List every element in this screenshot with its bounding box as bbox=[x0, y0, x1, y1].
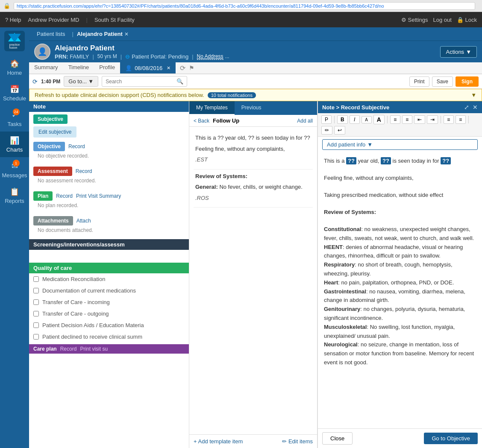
plan-print-link[interactable]: Print Visit Summary bbox=[76, 193, 121, 199]
tab-profile[interactable]: Profile bbox=[94, 62, 120, 73]
template-header: < Back Follow Up Add all bbox=[189, 115, 317, 127]
more-options-icon[interactable]: ... bbox=[225, 53, 229, 59]
sign-button[interactable]: Sign bbox=[456, 76, 479, 87]
template-line2: Feeling fine, without any complaints, bbox=[195, 145, 311, 153]
attachments-link[interactable]: Attach bbox=[76, 218, 91, 224]
paragraph-dropdown[interactable]: P bbox=[321, 115, 332, 124]
add-template-link[interactable]: + Add template item bbox=[194, 438, 243, 445]
quality-item-transfer-out: Transfer of Care - outgoing bbox=[29, 308, 189, 319]
settings-btn[interactable]: ⚙ Settings bbox=[401, 17, 428, 23]
quality-item-patient-declined: Patient declined to receive clinical sum… bbox=[29, 331, 189, 343]
facility-name: South St Facility bbox=[94, 17, 135, 23]
add-all-link[interactable]: Add all bbox=[297, 118, 313, 124]
ordered-list-button[interactable]: ≡ bbox=[402, 115, 412, 124]
sidebar-item-charts[interactable]: 📊 Charts bbox=[0, 132, 29, 157]
template-footer: + Add template item ✏ Edit items bbox=[189, 434, 317, 448]
template-item-ros[interactable]: Review of Systems: General: No fever, ch… bbox=[194, 170, 313, 208]
sidebar-item-messages[interactable]: ✉ 1 Messages bbox=[0, 157, 29, 183]
close-patient-tab-icon[interactable]: ✕ bbox=[124, 31, 129, 37]
go-to-objective-button[interactable]: Go to Objective bbox=[424, 433, 478, 444]
objective-no-record: No objective recorded. bbox=[33, 151, 185, 163]
patient-name[interactable]: Alejandro Patient bbox=[55, 44, 229, 53]
search-container: 🔍 bbox=[102, 76, 187, 87]
tab-previous[interactable]: Previous bbox=[235, 101, 268, 115]
quality-checkbox-med-rec[interactable] bbox=[33, 276, 39, 282]
sidebar-logo[interactable]: practicefusion bbox=[4, 31, 25, 51]
note-line2: Feeling fine, without any complaints, bbox=[324, 174, 476, 183]
save-button[interactable]: Save bbox=[432, 76, 453, 87]
pen-button[interactable]: ✏ bbox=[321, 126, 332, 135]
edit-items-link[interactable]: ✏ Edit items bbox=[282, 438, 313, 445]
go-to-dropdown[interactable]: Go to... ▼ bbox=[64, 76, 98, 87]
close-button[interactable]: Close bbox=[322, 432, 353, 445]
quality-checkbox-patient-declined[interactable] bbox=[33, 334, 39, 340]
add-patient-info-chevron-icon: ▼ bbox=[367, 141, 373, 148]
template-item-intro[interactable]: This is a ?? year old, ?? is seen today … bbox=[194, 131, 313, 170]
no-address-link[interactable]: No Address bbox=[197, 53, 223, 60]
help-btn[interactable]: ? Help bbox=[5, 17, 21, 23]
encounter-flag-icon[interactable]: ⚑ bbox=[189, 64, 194, 71]
sidebar-item-reports[interactable]: 📋 Reports bbox=[0, 183, 29, 208]
font-size-down-button[interactable]: A bbox=[362, 116, 372, 123]
care-plan-print-link[interactable]: Print visit su bbox=[80, 346, 108, 352]
add-patient-info-button[interactable]: Add patient info ▼ bbox=[322, 139, 478, 150]
home-icon: 🏠 bbox=[10, 59, 19, 68]
actions-button[interactable]: Actions ▼ bbox=[440, 46, 477, 58]
browser-security-icon: 🔒 bbox=[3, 3, 10, 9]
objective-record-link[interactable]: Record bbox=[68, 143, 85, 149]
encounter-close-icon[interactable]: ✕ bbox=[167, 65, 170, 71]
assessment-record-link[interactable]: Record bbox=[76, 168, 92, 174]
template-intro-text: This is a ?? year old, ?? is seen today … bbox=[195, 134, 311, 142]
care-plan-record-link[interactable]: Record bbox=[60, 346, 77, 352]
undo-button[interactable]: ↩ bbox=[334, 126, 345, 135]
patient-active-tab[interactable]: Alejandro Patient ✕ bbox=[77, 31, 129, 37]
screenings-label: Screenings/interventions/assessm bbox=[33, 241, 125, 248]
bold-button[interactable]: B bbox=[337, 115, 348, 124]
sidebar-item-schedule[interactable]: 📅 Schedule bbox=[0, 80, 29, 106]
quality-checkbox-patient-aids[interactable] bbox=[33, 322, 39, 328]
template-est-label: .EST bbox=[195, 155, 311, 164]
tab-encounter[interactable]: 👤 08/08/2016 ✕ bbox=[120, 62, 176, 73]
indent-right-button[interactable]: ⇥ bbox=[427, 115, 438, 124]
tab-my-templates[interactable]: My Templates bbox=[189, 101, 235, 115]
note-editor-close-icon[interactable]: ✕ bbox=[473, 104, 478, 111]
edit-subjective-button[interactable]: Edit subjective bbox=[33, 126, 76, 138]
browser-url[interactable]: https://static.practicefusion.com/apps/e… bbox=[14, 2, 475, 10]
attachments-label: Attachments bbox=[33, 216, 73, 225]
indent-left-button[interactable]: ⇤ bbox=[414, 115, 425, 124]
print-button[interactable]: Print bbox=[409, 76, 429, 87]
sidebar-item-home[interactable]: 🏠 Home bbox=[0, 55, 29, 80]
note-content[interactable]: This is a ?? year old, ?? is seen today … bbox=[318, 152, 482, 428]
align-right-button[interactable]: ≡ bbox=[456, 115, 466, 124]
italic-button[interactable]: I bbox=[350, 115, 360, 124]
note-editor-expand-icon[interactable]: ⤢ bbox=[464, 104, 469, 111]
search-input[interactable] bbox=[106, 79, 176, 85]
patient-lists-tab[interactable]: Patient lists bbox=[33, 29, 68, 39]
encounter-history-icon[interactable]: ⟳ bbox=[180, 64, 185, 72]
align-left-button[interactable]: ≡ bbox=[444, 115, 454, 124]
search-icon[interactable]: 🔍 bbox=[176, 78, 183, 85]
messages-badge: 1 bbox=[13, 160, 20, 167]
reports-icon: 📋 bbox=[10, 187, 19, 196]
refresh-icon[interactable]: ⟳ bbox=[32, 78, 38, 85]
note-gi: Gastrointestinal: no nausea, vomiting, d… bbox=[324, 287, 476, 305]
note-editor-header: Note > Record Subjective ⤢ ✕ bbox=[318, 101, 482, 113]
quality-checkbox-doc-meds[interactable] bbox=[33, 288, 39, 293]
unordered-list-button[interactable]: ≡ bbox=[390, 115, 400, 124]
sidebar-item-tasks[interactable]: ✓ 24 Tasks bbox=[0, 106, 29, 132]
sidebar-label-schedule: Schedule bbox=[3, 95, 26, 102]
back-link[interactable]: < Back bbox=[194, 118, 209, 124]
care-plan-label: Care plan bbox=[33, 346, 57, 352]
font-size-up-button[interactable]: A bbox=[373, 115, 385, 124]
tab-timeline[interactable]: Timeline bbox=[63, 62, 94, 73]
prn-label: PRN: bbox=[55, 53, 68, 60]
logout-btn[interactable]: Log out bbox=[433, 17, 452, 23]
note-editor: Note > Record Subjective ⤢ ✕ P B I A A ≡… bbox=[317, 101, 482, 448]
lock-btn[interactable]: 🔒 Lock bbox=[457, 17, 477, 23]
plan-record-link[interactable]: Record bbox=[56, 193, 73, 199]
quality-section-header: Quality of care bbox=[29, 263, 189, 273]
template-general-text: General: No fever, chills, or weight cha… bbox=[195, 183, 311, 191]
tab-summary[interactable]: Summary bbox=[29, 62, 63, 73]
quality-checkbox-transfer-in[interactable] bbox=[33, 299, 39, 305]
quality-checkbox-transfer-out[interactable] bbox=[33, 311, 39, 316]
